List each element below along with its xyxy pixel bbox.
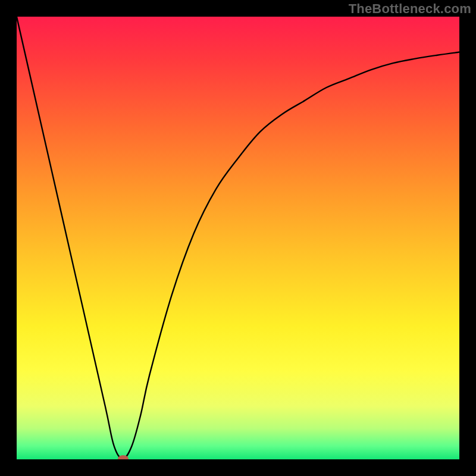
watermark-text: TheBottleneck.com	[349, 1, 471, 17]
bottleneck-curve	[17, 17, 459, 459]
plot-frame	[0, 0, 476, 476]
optimal-point-marker	[118, 455, 129, 460]
chart-container: TheBottleneck.com	[0, 0, 476, 476]
frame-border-right	[459, 0, 476, 476]
frame-border-left	[0, 0, 17, 476]
plot-area	[17, 17, 459, 459]
frame-border-bottom	[0, 459, 476, 476]
